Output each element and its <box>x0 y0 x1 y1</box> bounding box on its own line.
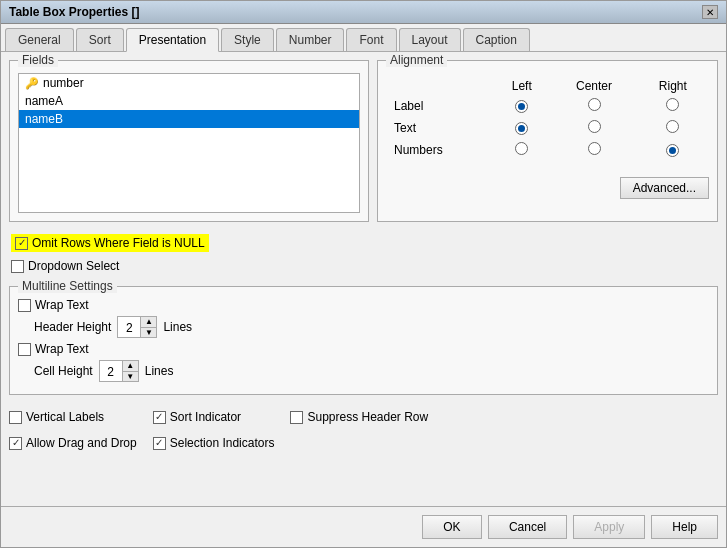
multiline-section: Multiline Settings Wrap Text Header Heig… <box>9 286 718 395</box>
align-numbers-left[interactable] <box>492 139 551 161</box>
align-col-center: Center <box>551 77 636 95</box>
dropdown-row: Dropdown Select <box>11 259 718 273</box>
tab-general[interactable]: General <box>5 28 74 51</box>
wrap-text-header-label: Wrap Text <box>35 298 89 312</box>
radio-numbers-center[interactable] <box>588 142 601 155</box>
allow-drag-checkbox[interactable] <box>9 437 22 450</box>
cell-height-down[interactable]: ▼ <box>123 372 138 382</box>
suppress-header-row: Suppress Header Row <box>290 410 428 424</box>
tab-font[interactable]: Font <box>346 28 396 51</box>
header-height-label: Header Height <box>34 320 111 334</box>
header-lines-label: Lines <box>163 320 192 334</box>
wrap-text-header-row: Wrap Text <box>18 298 709 312</box>
wrap-text-header-checkbox[interactable] <box>18 299 31 312</box>
check-col-1: Vertical Labels Allow Drag and Drop <box>9 407 137 453</box>
radio-text-right[interactable] <box>666 120 679 133</box>
dropdown-label: Dropdown Select <box>28 259 119 273</box>
omit-checkbox[interactable] <box>15 237 28 250</box>
header-height-row: Header Height 2 ▲ ▼ Lines <box>34 316 709 338</box>
ok-button[interactable]: OK <box>422 515 482 539</box>
allow-drag-row: Allow Drag and Drop <box>9 436 137 450</box>
selection-indicators-row: Selection Indicators <box>153 436 275 450</box>
wrap-text-cell-label: Wrap Text <box>35 342 89 356</box>
align-numbers-right[interactable] <box>637 139 709 161</box>
fields-label: Fields <box>18 53 58 67</box>
tab-number[interactable]: Number <box>276 28 345 51</box>
header-height-value: 2 <box>118 317 140 337</box>
align-text-left[interactable] <box>492 117 551 139</box>
radio-label-left[interactable] <box>515 100 528 113</box>
align-row-numbers: Numbers <box>386 139 709 161</box>
radio-label-right[interactable] <box>666 98 679 111</box>
tab-caption[interactable]: Caption <box>463 28 530 51</box>
radio-text-center[interactable] <box>588 120 601 133</box>
selection-indicators-checkbox[interactable] <box>153 437 166 450</box>
check-col-3: Suppress Header Row <box>290 407 428 453</box>
align-row-numbers-text: Numbers <box>386 139 492 161</box>
vertical-labels-label: Vertical Labels <box>26 410 104 424</box>
align-numbers-center[interactable] <box>551 139 636 161</box>
omit-label: Omit Rows Where Field is NULL <box>32 236 205 250</box>
window-title: Table Box Properties [] <box>9 5 139 19</box>
radio-text-left[interactable] <box>515 122 528 135</box>
main-window: Table Box Properties [] ✕ General Sort P… <box>0 0 727 548</box>
tab-sort[interactable]: Sort <box>76 28 124 51</box>
advanced-button[interactable]: Advanced... <box>620 177 709 199</box>
align-label-center[interactable] <box>551 95 636 117</box>
field-item-nameA[interactable]: nameA <box>19 92 359 110</box>
align-row-text: Text <box>386 117 709 139</box>
field-name-nameA: nameA <box>25 94 63 108</box>
cell-height-value: 2 <box>100 361 122 381</box>
options-section: Omit Rows Where Field is NULL Dropdown S… <box>9 228 718 276</box>
tab-style[interactable]: Style <box>221 28 274 51</box>
cell-height-row: Cell Height 2 ▲ ▼ Lines <box>34 360 709 382</box>
align-text-center[interactable] <box>551 117 636 139</box>
tab-presentation[interactable]: Presentation <box>126 28 219 52</box>
wrap-text-cell-checkbox[interactable] <box>18 343 31 356</box>
cell-height-label: Cell Height <box>34 364 93 378</box>
suppress-header-checkbox[interactable] <box>290 411 303 424</box>
allow-drag-label: Allow Drag and Drop <box>26 436 137 450</box>
radio-numbers-left[interactable] <box>515 142 528 155</box>
cell-lines-label: Lines <box>145 364 174 378</box>
cancel-button[interactable]: Cancel <box>488 515 567 539</box>
sort-indicator-label: Sort Indicator <box>170 410 241 424</box>
align-label-left[interactable] <box>492 95 551 117</box>
field-item-nameB[interactable]: nameB <box>19 110 359 128</box>
help-button[interactable]: Help <box>651 515 718 539</box>
suppress-header-label: Suppress Header Row <box>307 410 428 424</box>
close-button[interactable]: ✕ <box>702 5 718 19</box>
cell-height-spinbox[interactable]: 2 ▲ ▼ <box>99 360 139 382</box>
radio-label-center[interactable] <box>588 98 601 111</box>
radio-numbers-right[interactable] <box>666 144 679 157</box>
field-name-number: number <box>43 76 84 90</box>
header-height-up[interactable]: ▲ <box>141 317 156 328</box>
tab-layout[interactable]: Layout <box>399 28 461 51</box>
alignment-section: Alignment Left Center Right Label <box>377 60 718 222</box>
vertical-labels-checkbox[interactable] <box>9 411 22 424</box>
dropdown-checkbox[interactable] <box>11 260 24 273</box>
cell-height-arrows: ▲ ▼ <box>122 361 138 381</box>
top-section: Fields 🔑 number nameA nameB Alignment <box>9 60 718 222</box>
align-row-label: Label <box>386 95 709 117</box>
header-height-spinbox[interactable]: 2 ▲ ▼ <box>117 316 157 338</box>
field-name-nameB: nameB <box>25 112 63 126</box>
align-row-text-text: Text <box>386 117 492 139</box>
sort-indicator-checkbox[interactable] <box>153 411 166 424</box>
align-label-right[interactable] <box>637 95 709 117</box>
cell-height-up[interactable]: ▲ <box>123 361 138 372</box>
check-col-2: Sort Indicator Selection Indicators <box>153 407 275 453</box>
title-bar: Table Box Properties [] ✕ <box>1 1 726 24</box>
apply-button[interactable]: Apply <box>573 515 645 539</box>
alignment-label: Alignment <box>386 53 447 67</box>
fields-list[interactable]: 🔑 number nameA nameB <box>18 73 360 213</box>
key-icon: 🔑 <box>25 77 39 90</box>
main-content: Fields 🔑 number nameA nameB Alignment <box>1 52 726 506</box>
selection-indicators-label: Selection Indicators <box>170 436 275 450</box>
field-item-number[interactable]: 🔑 number <box>19 74 359 92</box>
multiline-label: Multiline Settings <box>18 279 117 293</box>
align-col-right: Right <box>637 77 709 95</box>
align-col-empty <box>386 77 492 95</box>
header-height-down[interactable]: ▼ <box>141 328 156 338</box>
align-text-right[interactable] <box>637 117 709 139</box>
